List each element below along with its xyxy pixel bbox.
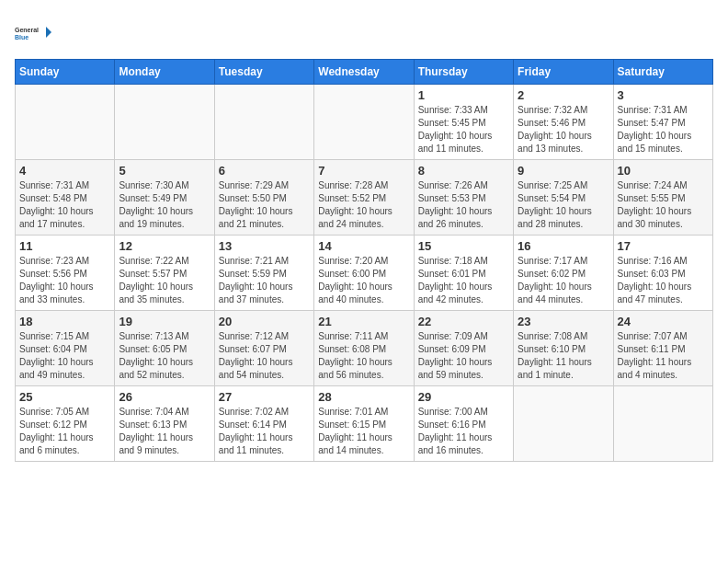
calendar-cell: 25Sunrise: 7:05 AM Sunset: 6:12 PM Dayli… [16, 386, 115, 462]
svg-marker-2 [46, 27, 51, 38]
day-info: Sunrise: 7:22 AM Sunset: 5:57 PM Dayligh… [119, 255, 210, 306]
day-number: 28 [318, 390, 409, 404]
day-info: Sunrise: 7:21 AM Sunset: 5:59 PM Dayligh… [219, 255, 310, 306]
day-info: Sunrise: 7:23 AM Sunset: 5:56 PM Dayligh… [19, 255, 110, 306]
calendar-cell [314, 85, 414, 160]
day-info: Sunrise: 7:11 AM Sunset: 6:08 PM Dayligh… [318, 330, 409, 382]
calendar-cell: 21Sunrise: 7:11 AM Sunset: 6:08 PM Dayli… [314, 311, 414, 386]
page-header: General Blue [15, 15, 713, 52]
day-info: Sunrise: 7:29 AM Sunset: 5:50 PM Dayligh… [219, 179, 310, 231]
day-number: 26 [119, 390, 210, 404]
day-info: Sunrise: 7:08 AM Sunset: 6:10 PM Dayligh… [518, 330, 609, 382]
logo-svg: General Blue [15, 15, 51, 52]
day-number: 1 [418, 88, 509, 102]
calendar-cell: 22Sunrise: 7:09 AM Sunset: 6:09 PM Dayli… [414, 311, 513, 386]
day-info: Sunrise: 7:09 AM Sunset: 6:09 PM Dayligh… [418, 330, 509, 382]
day-number: 21 [318, 315, 409, 328]
calendar-cell: 9Sunrise: 7:25 AM Sunset: 5:54 PM Daylig… [514, 160, 613, 236]
week-row-3: 11Sunrise: 7:23 AM Sunset: 5:56 PM Dayli… [16, 236, 713, 311]
day-number: 11 [19, 239, 110, 253]
day-info: Sunrise: 7:28 AM Sunset: 5:52 PM Dayligh… [318, 179, 409, 231]
calendar-cell: 26Sunrise: 7:04 AM Sunset: 6:13 PM Dayli… [115, 386, 214, 462]
day-number: 13 [219, 239, 310, 253]
day-info: Sunrise: 7:01 AM Sunset: 6:15 PM Dayligh… [318, 406, 409, 457]
day-number: 16 [518, 239, 609, 253]
weekday-header-saturday: Saturday [613, 60, 712, 85]
day-info: Sunrise: 7:05 AM Sunset: 6:12 PM Dayligh… [19, 406, 110, 457]
calendar-cell: 3Sunrise: 7:31 AM Sunset: 5:47 PM Daylig… [613, 85, 712, 160]
calendar-cell: 10Sunrise: 7:24 AM Sunset: 5:55 PM Dayli… [613, 160, 712, 236]
day-info: Sunrise: 7:25 AM Sunset: 5:54 PM Dayligh… [518, 179, 609, 231]
day-info: Sunrise: 7:13 AM Sunset: 6:05 PM Dayligh… [119, 330, 210, 382]
day-info: Sunrise: 7:04 AM Sunset: 6:13 PM Dayligh… [119, 406, 210, 457]
day-info: Sunrise: 7:18 AM Sunset: 6:01 PM Dayligh… [418, 255, 509, 306]
day-info: Sunrise: 7:07 AM Sunset: 6:11 PM Dayligh… [618, 330, 709, 382]
day-number: 2 [518, 88, 609, 102]
day-number: 27 [219, 390, 310, 404]
day-number: 6 [219, 164, 310, 178]
day-number: 20 [219, 315, 310, 328]
day-number: 3 [618, 88, 709, 102]
week-row-1: 1Sunrise: 7:33 AM Sunset: 5:45 PM Daylig… [16, 85, 713, 160]
day-info: Sunrise: 7:30 AM Sunset: 5:49 PM Dayligh… [119, 179, 210, 231]
calendar-cell: 13Sunrise: 7:21 AM Sunset: 5:59 PM Dayli… [214, 236, 313, 311]
calendar-cell: 1Sunrise: 7:33 AM Sunset: 5:45 PM Daylig… [414, 85, 513, 160]
day-number: 22 [418, 315, 509, 328]
calendar-cell: 15Sunrise: 7:18 AM Sunset: 6:01 PM Dayli… [414, 236, 513, 311]
day-info: Sunrise: 7:16 AM Sunset: 6:03 PM Dayligh… [618, 255, 709, 306]
day-number: 10 [618, 164, 709, 178]
calendar-cell: 18Sunrise: 7:15 AM Sunset: 6:04 PM Dayli… [16, 311, 115, 386]
calendar-cell: 11Sunrise: 7:23 AM Sunset: 5:56 PM Dayli… [16, 236, 115, 311]
week-row-2: 4Sunrise: 7:31 AM Sunset: 5:48 PM Daylig… [16, 160, 713, 236]
day-number: 18 [19, 315, 110, 328]
day-info: Sunrise: 7:20 AM Sunset: 6:00 PM Dayligh… [318, 255, 409, 306]
day-number: 5 [119, 164, 210, 178]
day-number: 14 [318, 239, 409, 253]
calendar-cell: 2Sunrise: 7:32 AM Sunset: 5:46 PM Daylig… [514, 85, 613, 160]
day-number: 4 [19, 164, 110, 178]
calendar-cell: 28Sunrise: 7:01 AM Sunset: 6:15 PM Dayli… [314, 386, 414, 462]
calendar-cell: 7Sunrise: 7:28 AM Sunset: 5:52 PM Daylig… [314, 160, 414, 236]
weekday-header-monday: Monday [115, 60, 214, 85]
day-number: 23 [518, 315, 609, 328]
weekday-header-wednesday: Wednesday [314, 60, 414, 85]
calendar-table: SundayMondayTuesdayWednesdayThursdayFrid… [15, 59, 713, 462]
calendar-cell: 17Sunrise: 7:16 AM Sunset: 6:03 PM Dayli… [613, 236, 712, 311]
day-number: 24 [618, 315, 709, 328]
day-info: Sunrise: 7:24 AM Sunset: 5:55 PM Dayligh… [618, 179, 709, 231]
calendar-cell: 29Sunrise: 7:00 AM Sunset: 6:16 PM Dayli… [414, 386, 513, 462]
day-number: 8 [418, 164, 509, 178]
day-info: Sunrise: 7:02 AM Sunset: 6:14 PM Dayligh… [219, 406, 310, 457]
day-number: 19 [119, 315, 210, 328]
calendar-cell [115, 85, 214, 160]
day-info: Sunrise: 7:12 AM Sunset: 6:07 PM Dayligh… [219, 330, 310, 382]
day-info: Sunrise: 7:26 AM Sunset: 5:53 PM Dayligh… [418, 179, 509, 231]
calendar-cell: 27Sunrise: 7:02 AM Sunset: 6:14 PM Dayli… [214, 386, 313, 462]
calendar-cell: 8Sunrise: 7:26 AM Sunset: 5:53 PM Daylig… [414, 160, 513, 236]
svg-text:General: General [15, 27, 39, 33]
calendar-cell: 19Sunrise: 7:13 AM Sunset: 6:05 PM Dayli… [115, 311, 214, 386]
day-info: Sunrise: 7:31 AM Sunset: 5:48 PM Dayligh… [19, 179, 110, 231]
weekday-header-sunday: Sunday [16, 60, 115, 85]
day-info: Sunrise: 7:32 AM Sunset: 5:46 PM Dayligh… [518, 104, 609, 155]
calendar-cell: 4Sunrise: 7:31 AM Sunset: 5:48 PM Daylig… [16, 160, 115, 236]
calendar-cell: 20Sunrise: 7:12 AM Sunset: 6:07 PM Dayli… [214, 311, 313, 386]
day-info: Sunrise: 7:31 AM Sunset: 5:47 PM Dayligh… [618, 104, 709, 155]
week-row-4: 18Sunrise: 7:15 AM Sunset: 6:04 PM Dayli… [16, 311, 713, 386]
day-number: 12 [119, 239, 210, 253]
day-info: Sunrise: 7:33 AM Sunset: 5:45 PM Dayligh… [418, 104, 509, 155]
calendar-cell: 23Sunrise: 7:08 AM Sunset: 6:10 PM Dayli… [514, 311, 613, 386]
weekday-header-thursday: Thursday [414, 60, 513, 85]
weekday-header-tuesday: Tuesday [214, 60, 313, 85]
calendar-cell: 14Sunrise: 7:20 AM Sunset: 6:00 PM Dayli… [314, 236, 414, 311]
week-row-5: 25Sunrise: 7:05 AM Sunset: 6:12 PM Dayli… [16, 386, 713, 462]
calendar-cell: 16Sunrise: 7:17 AM Sunset: 6:02 PM Dayli… [514, 236, 613, 311]
svg-text:Blue: Blue [15, 34, 28, 40]
day-info: Sunrise: 7:15 AM Sunset: 6:04 PM Dayligh… [19, 330, 110, 382]
day-number: 25 [19, 390, 110, 404]
day-number: 17 [618, 239, 709, 253]
day-number: 9 [518, 164, 609, 178]
calendar-cell [514, 386, 613, 462]
day-number: 7 [318, 164, 409, 178]
weekday-header-row: SundayMondayTuesdayWednesdayThursdayFrid… [16, 60, 713, 85]
